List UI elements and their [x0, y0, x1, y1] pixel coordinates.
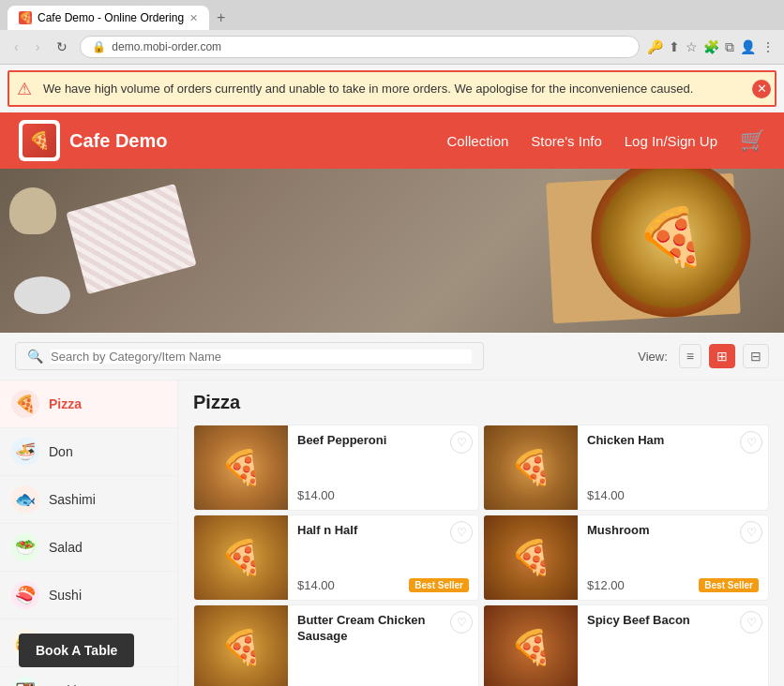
maki-icon: 🍱	[11, 677, 39, 686]
view-label: View:	[638, 350, 668, 364]
alert-text: We have high volume of orders currently …	[43, 82, 693, 96]
view-list-button[interactable]: ≡	[679, 344, 701, 368]
favorite-button-chicken-ham[interactable]: ♡	[740, 431, 762, 454]
product-name-spicy-beef-bacon: Spicy Beef Bacon	[587, 613, 759, 629]
sidebar-item-sashimi[interactable]: 🐟 Sashimi	[0, 476, 177, 524]
refresh-button[interactable]: ↻	[52, 37, 72, 56]
sidebar-label-sushi: Sushi	[49, 588, 82, 603]
product-name-half-n-half: Half n Half	[297, 523, 469, 539]
salad-icon: 🥗	[11, 533, 39, 561]
sidebar-label-sashimi: Sashimi	[49, 492, 96, 507]
product-name-chicken-ham: Chicken Ham	[587, 433, 759, 449]
product-bottom-chicken-ham: $14.00	[587, 488, 759, 502]
product-card-butter-cream-chicken-sausage[interactable]: 🍕 Butter Cream Chicken Sausage ♡	[193, 604, 479, 686]
product-bottom-beef-pepperoni: $14.00	[297, 488, 469, 502]
extensions-button[interactable]: 🔑	[647, 39, 663, 54]
favorite-button-half-n-half[interactable]: ♡	[450, 521, 473, 544]
back-button[interactable]: ‹	[9, 37, 23, 56]
product-card-mushroom[interactable]: 🍕 Mushroom $12.00 Best Seller ♡	[483, 514, 769, 601]
address-bar: ‹ › ↻ 🔒 demo.mobi-order.com 🔑 ⬆ ☆ 🧩 ⧉ 👤 …	[0, 30, 784, 64]
don-icon: 🍜	[11, 438, 39, 466]
product-card-spicy-beef-bacon[interactable]: 🍕 Spicy Beef Bacon ♡	[483, 604, 769, 686]
site-header: 🍕 Cafe Demo Collection Store's Info Log …	[0, 112, 784, 169]
pizza-decoration: 🍕	[550, 178, 765, 328]
menu-button[interactable]: ⋮	[761, 39, 775, 54]
favorite-button-mushroom[interactable]: ♡	[740, 521, 762, 544]
product-price-half-n-half: $14.00	[297, 578, 335, 592]
utensil-plate-decoration	[14, 276, 70, 314]
window-button[interactable]: ⧉	[725, 39, 734, 55]
search-input-wrap[interactable]: 🔍	[15, 342, 484, 370]
content-area: Pizza 🍕 Beef Pepperoni $14.00	[178, 380, 784, 686]
alert-icon: ⚠	[17, 79, 32, 99]
product-bottom-mushroom: $12.00 Best Seller	[587, 578, 759, 592]
product-image-mushroom: 🍕	[484, 515, 578, 600]
sidebar-label-pizza: Pizza	[49, 396, 82, 411]
product-card-beef-pepperoni[interactable]: 🍕 Beef Pepperoni $14.00 ♡	[193, 425, 479, 511]
product-image-spicy-beef-bacon: 🍕	[484, 605, 578, 686]
favorite-button-beef-pepperoni[interactable]: ♡	[450, 431, 473, 454]
herb-bowl-decoration	[9, 187, 56, 234]
view-controls: View: ≡ ⊞ ⊟	[638, 344, 769, 368]
sidebar-item-don[interactable]: 🍜 Don	[0, 428, 177, 476]
best-seller-badge-half-n-half: Best Seller	[409, 578, 469, 592]
product-card-chicken-ham[interactable]: 🍕 Chicken Ham $14.00 ♡	[483, 425, 769, 511]
logo-image: 🍕	[19, 120, 60, 161]
tab-title: Cafe Demo - Online Ordering	[38, 11, 184, 24]
product-image-butter-cream-chicken-sausage: 🍕	[194, 605, 288, 686]
browser-actions: 🔑 ⬆ ☆ 🧩 ⧉ 👤 ⋮	[647, 39, 775, 55]
product-bottom-half-n-half: $14.00 Best Seller	[297, 578, 469, 592]
new-tab-button[interactable]: +	[209, 6, 233, 30]
product-grid: 🍕 Beef Pepperoni $14.00 ♡ �	[193, 425, 769, 686]
cart-icon[interactable]: 🛒	[740, 128, 765, 153]
product-name-mushroom: Mushroom	[587, 523, 759, 539]
sushi-icon: 🍣	[11, 581, 39, 609]
address-field[interactable]: 🔒 demo.mobi-order.com	[80, 36, 640, 58]
sidebar-label-salad: Salad	[49, 540, 83, 555]
forward-button[interactable]: ›	[31, 37, 45, 56]
product-price-chicken-ham: $14.00	[587, 488, 625, 502]
site-logo: 🍕 Cafe Demo	[19, 120, 167, 161]
puzzle-button[interactable]: 🧩	[703, 39, 719, 54]
view-grid3-button[interactable]: ⊟	[743, 344, 769, 368]
share-button[interactable]: ⬆	[669, 39, 680, 54]
product-price-beef-pepperoni: $14.00	[297, 488, 335, 502]
tab-close-button[interactable]: ✕	[189, 12, 198, 24]
favorite-button-spicy-beef-bacon[interactable]: ♡	[740, 611, 762, 634]
nav-login[interactable]: Log In/Sign Up	[625, 133, 717, 149]
sashimi-icon: 🐟	[11, 485, 39, 514]
view-grid2-button[interactable]: ⊞	[709, 344, 735, 368]
book-table-button[interactable]: Book A Table	[19, 634, 134, 667]
tab-favicon: 🍕	[19, 11, 32, 24]
best-seller-badge-mushroom: Best Seller	[699, 578, 759, 592]
search-icon: 🔍	[27, 349, 43, 364]
sidebar-item-maki[interactable]: 🍱 Maki	[0, 667, 177, 686]
sidebar-item-salad[interactable]: 🥗 Salad	[0, 524, 177, 572]
logo-icon: 🍕	[23, 124, 56, 157]
sidebar-label-don: Don	[49, 444, 73, 459]
sidebar-item-pizza[interactable]: 🍕 Pizza	[0, 380, 177, 428]
product-image-beef-pepperoni: 🍕	[194, 425, 288, 510]
lock-icon: 🔒	[92, 40, 106, 53]
search-input[interactable]	[51, 350, 472, 364]
site-nav: Collection Store's Info Log In/Sign Up 🛒	[446, 128, 765, 153]
sidebar-item-sushi[interactable]: 🍣 Sushi	[0, 572, 177, 619]
favorite-button-butter-cream-chicken-sausage[interactable]: ♡	[450, 611, 473, 634]
nav-collection[interactable]: Collection	[446, 133, 508, 149]
url-text: demo.mobi-order.com	[112, 40, 221, 53]
product-info-spicy-beef-bacon: Spicy Beef Bacon	[578, 605, 768, 686]
product-price-mushroom: $12.00	[587, 578, 625, 592]
profile-button[interactable]: 👤	[740, 39, 756, 54]
product-card-half-n-half[interactable]: 🍕 Half n Half $14.00 Best Seller ♡	[193, 514, 479, 601]
active-tab[interactable]: 🍕 Cafe Demo - Online Ordering ✕	[8, 6, 209, 30]
search-bar-row: 🔍 View: ≡ ⊞ ⊟	[0, 333, 784, 380]
site-name: Cafe Demo	[69, 130, 167, 152]
alert-banner: ⚠ We have high volume of orders currentl…	[8, 70, 776, 107]
product-name-beef-pepperoni: Beef Pepperoni	[297, 433, 469, 449]
nav-stores-info[interactable]: Store's Info	[531, 133, 601, 149]
alert-close-button[interactable]: ✕	[752, 80, 771, 98]
content-inner: Pizza 🍕 Beef Pepperoni $14.00	[178, 380, 784, 686]
napkin-decoration	[66, 184, 196, 294]
bookmark-button[interactable]: ☆	[686, 39, 698, 54]
product-info-butter-cream-chicken-sausage: Butter Cream Chicken Sausage	[288, 605, 478, 686]
